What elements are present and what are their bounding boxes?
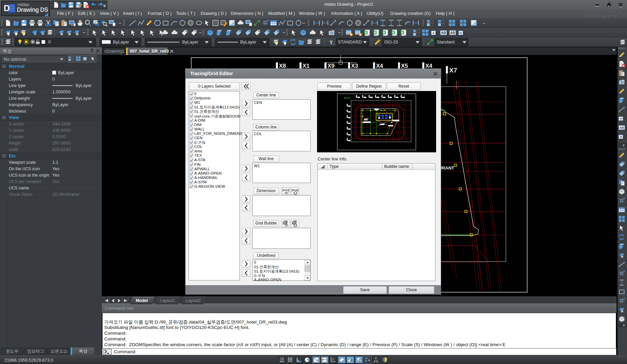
svg-text:ALT-2: ALT-2 bbox=[344, 97, 350, 99]
svg-text:D: D bbox=[4, 3, 10, 13]
svg-text:X7: X7 bbox=[449, 67, 457, 74]
